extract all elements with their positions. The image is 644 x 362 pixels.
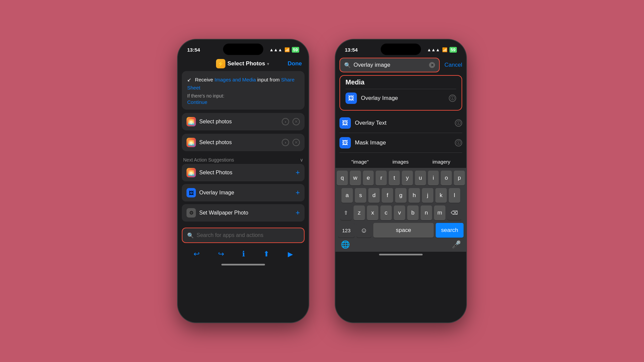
search-bar-top[interactable]: 🔍 Overlay image ✕	[339, 58, 440, 72]
receive-block: ↙ Receive Images and Media input from Sh…	[182, 71, 305, 110]
kbd-mic-icon[interactable]: 🎤	[452, 240, 461, 249]
overlay-text-info[interactable]: ⓘ	[455, 119, 462, 127]
left-phone: 13:54 ▲▲▲ 📶 59 ⚡ Select Photos ▾ Done ↙ …	[178, 40, 309, 322]
kbd-space[interactable]: space	[373, 223, 434, 238]
kbd-z[interactable]: z	[354, 205, 365, 220]
overlay-image-info[interactable]: ⓘ	[449, 95, 456, 102]
status-icons-left: ▲▲▲ 📶 59	[269, 47, 299, 53]
suggestions-chevron-icon[interactable]: ∨	[300, 157, 303, 163]
result-overlay-image[interactable]: 🖼 Overlay Image ⓘ	[345, 89, 456, 107]
mask-image-info[interactable]: ⓘ	[455, 139, 462, 146]
kbd-m[interactable]: m	[434, 205, 445, 220]
dynamic-island-left	[223, 44, 263, 55]
kbd-i[interactable]: i	[428, 171, 439, 185]
suggestion-wallpaper[interactable]: ⚙ Set Wallpaper Photo +	[182, 204, 305, 222]
play-icon[interactable]: ▶	[288, 250, 293, 258]
kbd-a[interactable]: a	[341, 188, 353, 203]
suggest-overlay-label: Overlay Image	[199, 190, 296, 196]
kbd-q[interactable]: q	[337, 171, 348, 185]
redo-icon[interactable]: ↪	[218, 250, 224, 258]
kbd-x[interactable]: x	[367, 205, 378, 220]
other-results: 🖼 Overlay Text ⓘ 🖼 Mask Image ⓘ	[335, 113, 466, 153]
kbd-j[interactable]: j	[422, 188, 433, 203]
kbd-emoji[interactable]: ☺	[357, 223, 371, 238]
action-row-select-photos-1[interactable]: 🌅 Select photos › ✕	[182, 113, 305, 130]
result-overlay-text[interactable]: 🖼 Overlay Text ⓘ	[339, 113, 462, 133]
media-section: Media 🖼 Overlay Image ⓘ	[339, 75, 462, 111]
nav-title-text: Select Photos	[227, 60, 265, 67]
search-icon-left: 🔍	[187, 232, 194, 239]
action-label-1: Select photos	[199, 119, 282, 125]
overlay-image-label: Overlay Image	[361, 95, 449, 102]
suggest-add-photos[interactable]: +	[296, 168, 300, 177]
suggest-add-wallpaper[interactable]: +	[296, 208, 300, 217]
kbd-n[interactable]: n	[421, 205, 432, 220]
kbd-f[interactable]: f	[382, 188, 393, 203]
kbd-y[interactable]: y	[402, 171, 413, 185]
suggest-select-photos-label: Select Photos	[199, 170, 296, 176]
kbd-k[interactable]: k	[435, 188, 447, 203]
kbd-s[interactable]: s	[355, 188, 366, 203]
receive-if-text: If there's no input:	[187, 93, 299, 99]
undo-icon[interactable]: ↩	[194, 250, 200, 258]
suggest-overlay-icon: 🖼	[186, 188, 196, 197]
kbd-t[interactable]: t	[389, 171, 400, 185]
kbd-u[interactable]: u	[415, 171, 426, 185]
done-button[interactable]: Done	[287, 60, 302, 67]
kbd-e[interactable]: e	[363, 171, 374, 185]
signal-icon: ▲▲▲	[269, 47, 282, 52]
suggestion-select-photos[interactable]: 🌅 Select Photos +	[182, 164, 305, 181]
search-clear-button[interactable]: ✕	[429, 62, 435, 68]
nav-chevron-icon: ▾	[267, 61, 269, 66]
kbd-suggest-images[interactable]: images	[392, 159, 409, 165]
kbd-suggest-image-quoted[interactable]: "image"	[351, 159, 369, 165]
receive-continue-link[interactable]: Continue	[187, 99, 299, 105]
mask-image-icon: 🖼	[339, 137, 351, 148]
kbd-row-extra: 🌐 🎤	[337, 238, 465, 250]
suggest-add-overlay[interactable]: +	[296, 188, 300, 197]
kbd-c[interactable]: c	[380, 205, 392, 220]
signal-icon-right: ▲▲▲	[427, 47, 440, 52]
battery-right: 59	[449, 47, 457, 53]
kbd-p[interactable]: p	[454, 171, 465, 185]
kbd-suggest-imagery[interactable]: imagery	[432, 159, 450, 165]
kbd-h[interactable]: h	[409, 188, 420, 203]
action-close-1[interactable]: ✕	[292, 118, 300, 125]
receive-label: Receive	[195, 77, 214, 82]
cancel-button[interactable]: Cancel	[444, 62, 462, 68]
result-mask-image[interactable]: 🖼 Mask Image ⓘ	[339, 133, 462, 153]
info-icon[interactable]: ℹ	[242, 250, 245, 258]
nav-title-left: ⚡ Select Photos ▾	[216, 59, 269, 68]
phone-content-left: ↙ Receive Images and Media input from Sh…	[178, 71, 309, 224]
kbd-123[interactable]: 123	[338, 223, 355, 238]
kbd-backspace[interactable]: ⌫	[447, 205, 461, 220]
kbd-b[interactable]: b	[407, 205, 419, 220]
kbd-r[interactable]: r	[376, 171, 387, 185]
status-icons-right: ▲▲▲ 📶 59	[427, 47, 457, 53]
wifi-icon: 📶	[284, 47, 290, 52]
kbd-l[interactable]: l	[449, 188, 460, 203]
kbd-shift[interactable]: ⇧	[340, 205, 352, 220]
kbd-o[interactable]: o	[441, 171, 452, 185]
mask-image-label: Mask Image	[355, 139, 455, 146]
kbd-row-3: ⇧ z x c v b n m ⌫	[337, 205, 465, 220]
receive-input-from: input from	[257, 77, 281, 82]
home-indicator-right	[379, 254, 423, 255]
kbd-globe-icon[interactable]: 🌐	[341, 240, 350, 249]
search-icon-right: 🔍	[344, 62, 351, 68]
kbd-search-button[interactable]: search	[436, 223, 464, 238]
share-icon[interactable]: ⬆	[263, 250, 269, 258]
kbd-v[interactable]: v	[394, 205, 405, 220]
overlay-image-icon: 🖼	[345, 93, 357, 104]
photos-icon-1: 🌅	[186, 117, 196, 126]
action-row-select-photos-2[interactable]: 🌅 Select photos › ✕	[182, 134, 305, 151]
kbd-d[interactable]: d	[368, 188, 380, 203]
kbd-g[interactable]: g	[395, 188, 407, 203]
action-chevron-1: ›	[282, 118, 289, 125]
action-close-2[interactable]: ✕	[292, 139, 300, 146]
suggestion-overlay-image[interactable]: 🖼 Overlay Image +	[182, 184, 305, 201]
kbd-w[interactable]: w	[350, 171, 361, 185]
search-bar-bottom[interactable]: 🔍 Search for apps and actions	[182, 228, 305, 243]
kbd-row-1: q w e r t y u i o p	[337, 171, 465, 185]
receive-images-link[interactable]: Images and Media	[215, 77, 256, 82]
